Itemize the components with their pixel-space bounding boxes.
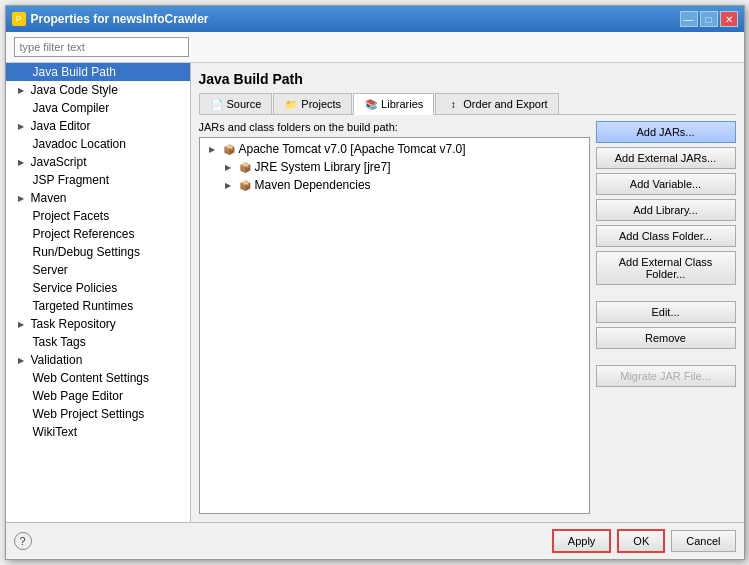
- title-bar: P Properties for newsInfoCrawler — □ ✕: [6, 6, 744, 32]
- tree-box[interactable]: ▶📦Apache Tomcat v7.0 [Apache Tomcat v7.0…: [199, 137, 590, 514]
- sidebar-item-javascript[interactable]: ▶JavaScript: [6, 153, 190, 171]
- projects-tab-icon: 📁: [284, 97, 298, 111]
- sidebar-item-label: Java Build Path: [33, 65, 116, 79]
- window-icon: P: [12, 12, 26, 26]
- add-external-class-folder-button[interactable]: Add External Class Folder...: [596, 251, 736, 285]
- sidebar-item-task-tags[interactable]: Task Tags: [6, 333, 190, 351]
- help-button[interactable]: ?: [14, 532, 32, 550]
- sidebar-item-label: WikiText: [33, 425, 78, 439]
- sidebar-item-label: Project References: [33, 227, 135, 241]
- panel-title: Java Build Path: [199, 71, 736, 87]
- sidebar-item-server[interactable]: Server: [6, 261, 190, 279]
- add-variable-button[interactable]: Add Variable...: [596, 173, 736, 195]
- sidebar-item-web-content-settings[interactable]: Web Content Settings: [6, 369, 190, 387]
- main-window: P Properties for newsInfoCrawler — □ ✕ J…: [5, 5, 745, 560]
- section-label: JARs and class folders on the build path…: [199, 121, 590, 133]
- sidebar-item-java-compiler[interactable]: Java Compiler: [6, 99, 190, 117]
- maximize-button[interactable]: □: [700, 11, 718, 27]
- jar-icon: 📦: [238, 178, 252, 192]
- window-body: Java Build Path▶Java Code StyleJava Comp…: [6, 32, 744, 522]
- sidebar-item-label: Project Facets: [33, 209, 110, 223]
- tree-item-jre[interactable]: ▶📦JRE System Library [jre7]: [202, 158, 587, 176]
- bottom-bar: ? Apply OK Cancel: [6, 522, 744, 559]
- sidebar-item-label: Web Page Editor: [33, 389, 124, 403]
- sidebar-item-project-references[interactable]: Project References: [6, 225, 190, 243]
- main-area: Java Build Path▶Java Code StyleJava Comp…: [6, 63, 744, 522]
- sidebar-item-wikitext[interactable]: WikiText: [6, 423, 190, 441]
- sidebar-item-label: JavaScript: [31, 155, 87, 169]
- add-jars-button[interactable]: Add JARs...: [596, 121, 736, 143]
- button-spacer: [596, 353, 736, 361]
- sidebar-arrow-icon: ▶: [18, 122, 28, 131]
- sidebar-item-jsp-fragment[interactable]: JSP Fragment: [6, 171, 190, 189]
- sidebar-arrow-icon: ▶: [18, 158, 28, 167]
- sidebar-item-maven[interactable]: ▶Maven: [6, 189, 190, 207]
- filter-bar: [6, 32, 744, 63]
- tab-source[interactable]: 📄Source: [199, 93, 273, 114]
- tree-item-label: Apache Tomcat v7.0 [Apache Tomcat v7.0]: [239, 142, 466, 156]
- title-bar-buttons: — □ ✕: [680, 11, 738, 27]
- tree-item-label: JRE System Library [jre7]: [255, 160, 391, 174]
- source-tab-icon: 📄: [210, 97, 224, 111]
- migrate-jar-button: Migrate JAR File...: [596, 365, 736, 387]
- sidebar-item-java-build-path[interactable]: Java Build Path: [6, 63, 190, 81]
- sidebar-item-web-page-editor[interactable]: Web Page Editor: [6, 387, 190, 405]
- minimize-button[interactable]: —: [680, 11, 698, 27]
- sidebar-item-validation[interactable]: ▶Validation: [6, 351, 190, 369]
- sidebar-item-label: Java Compiler: [33, 101, 110, 115]
- tree-item-tomcat[interactable]: ▶📦Apache Tomcat v7.0 [Apache Tomcat v7.0…: [202, 140, 587, 158]
- add-external-jars-button[interactable]: Add External JARs...: [596, 147, 736, 169]
- jar-icon: 📦: [222, 142, 236, 156]
- tabs-bar: 📄Source📁Projects📚Libraries↕Order and Exp…: [199, 93, 736, 115]
- tree-item-maven[interactable]: ▶📦Maven Dependencies: [202, 176, 587, 194]
- sidebar-item-label: Web Project Settings: [33, 407, 145, 421]
- add-library-button[interactable]: Add Library...: [596, 199, 736, 221]
- libraries-tab-icon: 📚: [364, 97, 378, 111]
- libraries-tab-label: Libraries: [381, 98, 423, 110]
- sidebar-item-service-policies[interactable]: Service Policies: [6, 279, 190, 297]
- tree-section: JARs and class folders on the build path…: [199, 121, 590, 514]
- source-tab-label: Source: [227, 98, 262, 110]
- apply-button[interactable]: Apply: [552, 529, 612, 553]
- button-spacer: [596, 289, 736, 297]
- filter-input[interactable]: [14, 37, 189, 57]
- sidebar: Java Build Path▶Java Code StyleJava Comp…: [6, 63, 191, 522]
- close-button[interactable]: ✕: [720, 11, 738, 27]
- tree-expand-icon: ▶: [209, 145, 219, 154]
- sidebar-item-run-debug-settings[interactable]: Run/Debug Settings: [6, 243, 190, 261]
- sidebar-arrow-icon: ▶: [18, 194, 28, 203]
- title-bar-left: P Properties for newsInfoCrawler: [12, 12, 209, 26]
- buttons-section: Add JARs...Add External JARs...Add Varia…: [596, 121, 736, 514]
- sidebar-item-targeted-runtimes[interactable]: Targeted Runtimes: [6, 297, 190, 315]
- sidebar-item-task-repository[interactable]: ▶Task Repository: [6, 315, 190, 333]
- tree-expand-icon: ▶: [225, 163, 235, 172]
- sidebar-arrow-icon: ▶: [18, 86, 28, 95]
- ok-button[interactable]: OK: [617, 529, 665, 553]
- tab-projects[interactable]: 📁Projects: [273, 93, 352, 114]
- sidebar-item-java-code-style[interactable]: ▶Java Code Style: [6, 81, 190, 99]
- sidebar-item-label: Java Code Style: [31, 83, 118, 97]
- sidebar-item-javadoc-location[interactable]: Javadoc Location: [6, 135, 190, 153]
- add-class-folder-button[interactable]: Add Class Folder...: [596, 225, 736, 247]
- sidebar-item-label: Javadoc Location: [33, 137, 126, 151]
- sidebar-item-label: Server: [33, 263, 68, 277]
- sidebar-arrow-icon: ▶: [18, 356, 28, 365]
- edit-button[interactable]: Edit...: [596, 301, 736, 323]
- jar-icon: 📦: [238, 160, 252, 174]
- order-export-tab-label: Order and Export: [463, 98, 547, 110]
- sidebar-item-project-facets[interactable]: Project Facets: [6, 207, 190, 225]
- sidebar-item-label: Run/Debug Settings: [33, 245, 140, 259]
- sidebar-item-java-editor[interactable]: ▶Java Editor: [6, 117, 190, 135]
- sidebar-item-label: Java Editor: [31, 119, 91, 133]
- sidebar-item-label: Service Policies: [33, 281, 118, 295]
- sidebar-item-label: Web Content Settings: [33, 371, 150, 385]
- tab-libraries[interactable]: 📚Libraries: [353, 93, 434, 115]
- tree-expand-icon: ▶: [225, 181, 235, 190]
- cancel-button[interactable]: Cancel: [671, 530, 735, 552]
- remove-button[interactable]: Remove: [596, 327, 736, 349]
- tab-order-export[interactable]: ↕Order and Export: [435, 93, 558, 114]
- content-panel: Java Build Path 📄Source📁Projects📚Librari…: [191, 63, 744, 522]
- sidebar-item-label: Targeted Runtimes: [33, 299, 134, 313]
- sidebar-item-web-project-settings[interactable]: Web Project Settings: [6, 405, 190, 423]
- sidebar-item-label: Task Repository: [31, 317, 116, 331]
